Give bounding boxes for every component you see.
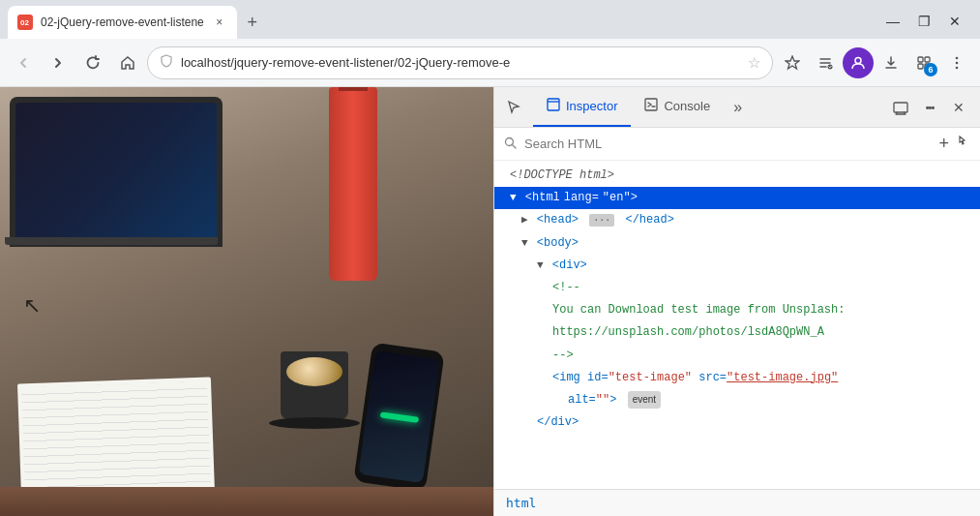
security-icon: [160, 54, 173, 71]
svg-point-8: [956, 56, 959, 59]
favorites-button[interactable]: [777, 47, 808, 78]
inspector-icon: [547, 98, 560, 114]
img-self-close: >: [609, 393, 616, 407]
home-button[interactable]: [112, 47, 143, 78]
head-triangle[interactable]: ▶: [521, 214, 528, 226]
comment-text-line-2: https://unsplash.com/photos/lsdA8QpWN_A: [494, 321, 980, 344]
html-open-bracket: <: [525, 191, 532, 204]
phone-prop: [353, 342, 444, 491]
devtools-console-tab[interactable]: Console: [631, 87, 724, 127]
coffee-saucer: [269, 417, 360, 429]
div-open-line[interactable]: ▼ <div>: [494, 255, 980, 277]
comment-open-line: <!--: [494, 277, 980, 299]
back-button[interactable]: [8, 47, 39, 78]
new-tab-button[interactable]: +: [239, 9, 266, 36]
svg-rect-6: [918, 64, 923, 69]
svg-point-9: [956, 61, 959, 64]
reload-button[interactable]: [77, 47, 108, 78]
body-tag: <body>: [537, 236, 579, 250]
img-src-value[interactable]: "test-image.jpg": [727, 371, 838, 384]
svg-rect-4: [918, 57, 923, 62]
img-alt-line[interactable]: alt=""> event: [494, 389, 980, 411]
html-triangle[interactable]: ▼: [510, 192, 517, 203]
browser-toolbar: ☆ 6: [0, 39, 980, 87]
html-search-input[interactable]: [524, 137, 931, 151]
laptop-prop: [10, 97, 223, 247]
cursor-arrow: ↖: [23, 293, 41, 319]
comment-close-line: -->: [494, 345, 980, 367]
add-element-button[interactable]: +: [938, 134, 949, 154]
head-line[interactable]: ▶ <head> ··· </head>: [494, 209, 980, 231]
devtools-pick-tab[interactable]: [494, 87, 533, 127]
devtools-close-button[interactable]: ✕: [945, 94, 972, 121]
div-close-line: </div>: [494, 411, 980, 434]
body-triangle[interactable]: ▼: [521, 237, 528, 249]
svg-point-14: [506, 137, 514, 145]
profile-button[interactable]: [843, 47, 874, 78]
devtools-footer: html: [494, 489, 980, 516]
img-id-attr: id=: [587, 371, 609, 384]
table-surface: [0, 487, 493, 516]
search-icon: [504, 137, 517, 152]
pick-icon: [506, 99, 521, 114]
svg-text:02: 02: [20, 18, 29, 27]
devtools-more-tabs-button[interactable]: »: [724, 87, 752, 127]
event-badge[interactable]: event: [628, 391, 661, 409]
active-tab[interactable]: 02 02-jQuery-remove-event-listene ×: [8, 6, 237, 39]
extensions-button[interactable]: 6: [908, 47, 939, 78]
div-triangle[interactable]: ▼: [537, 259, 544, 271]
main-content-area: ↖ Inspector: [0, 87, 980, 516]
comment-text-line-1: You can Download test image from Unsplas…: [494, 299, 980, 321]
tab-bar: 02 02-jQuery-remove-event-listene × + — …: [0, 0, 980, 39]
img-tag-name: img: [559, 371, 580, 384]
comment-text-2: https://unsplash.com/photos/lsdA8QpWN_A: [552, 325, 824, 339]
pick-element-button[interactable]: [957, 136, 970, 153]
html-inspector-content[interactable]: <!DOCTYPE html> ▼ <htmllang="en"> ▶ <hea…: [494, 161, 980, 489]
extensions-badge: 6: [924, 63, 937, 76]
collections-button[interactable]: [810, 47, 841, 78]
browser-window: 02 02-jQuery-remove-event-listene × + — …: [0, 0, 980, 516]
tab-close-button[interactable]: ×: [212, 15, 227, 30]
laptop-screen: [15, 103, 217, 237]
div-close-tag: </div>: [537, 415, 579, 429]
phone-glow: [379, 411, 418, 423]
water-bottle: [329, 87, 377, 281]
laptop-base: [5, 237, 218, 245]
img-alt-value: "": [596, 393, 609, 407]
breadcrumb-html[interactable]: html: [506, 496, 536, 510]
svg-point-3: [855, 57, 861, 63]
responsive-mode-button[interactable]: [887, 94, 914, 121]
photo-background: ↖: [0, 87, 493, 516]
forward-button[interactable]: [43, 47, 74, 78]
minimize-button[interactable]: —: [879, 8, 906, 35]
address-bar[interactable]: ☆: [147, 46, 773, 79]
html-close-bracket: >: [631, 191, 638, 204]
devtools-options-button[interactable]: •••: [916, 94, 943, 121]
devtools-panel: Inspector Console » •••: [493, 87, 980, 516]
bottle-cap: [339, 87, 368, 91]
bookmark-icon[interactable]: ☆: [748, 54, 760, 72]
head-tag-open: <head>: [537, 213, 579, 227]
devtools-right-buttons: ••• ✕: [879, 87, 980, 127]
coffee-top: [286, 357, 342, 386]
head-tag-close: </head>: [625, 213, 673, 227]
doctype-line: <!DOCTYPE html>: [494, 165, 980, 187]
html-tag-line[interactable]: ▼ <htmllang="en">: [494, 187, 980, 209]
phone-screen: [358, 350, 439, 483]
console-tab-label: Console: [664, 99, 710, 113]
devtools-toolbar-spacer: [752, 87, 879, 127]
maximize-button[interactable]: ❐: [910, 8, 937, 35]
downloads-button[interactable]: [876, 47, 906, 78]
coffee-cup: [281, 351, 348, 419]
close-button[interactable]: ✕: [941, 8, 968, 35]
img-tag-line[interactable]: <img id="test-image" src="test-image.jpg…: [494, 367, 980, 389]
head-ellipsis: ···: [589, 214, 614, 227]
address-input[interactable]: [181, 55, 740, 70]
devtools-inspector-tab[interactable]: Inspector: [533, 87, 631, 127]
svg-point-10: [956, 66, 959, 69]
html-lang-value: "en": [603, 191, 631, 204]
browser-menu-button[interactable]: [941, 47, 972, 78]
tab-title: 02-jQuery-remove-event-listene: [41, 15, 204, 29]
body-line[interactable]: ▼ <body>: [494, 232, 980, 255]
comment-text-1: You can Download test image from Unsplas…: [552, 303, 845, 317]
